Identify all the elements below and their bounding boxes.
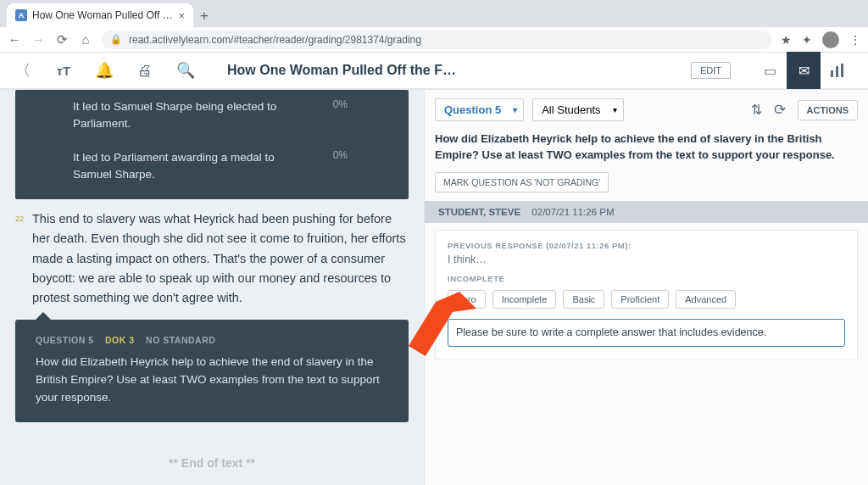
previous-response-text: I think… xyxy=(448,254,845,265)
quiz-answer: It led to Samuel Sharpe being elected to… xyxy=(73,98,316,131)
search-icon[interactable]: 🔍 xyxy=(176,61,195,80)
profile-avatar[interactable] xyxy=(822,31,839,48)
app-toolbar: 〈 тT 🔔 🖨 🔍 How One Woman Pulled Off the … xyxy=(0,53,868,90)
home-button[interactable]: ⌂ xyxy=(78,32,93,47)
favicon: A xyxy=(15,9,27,21)
mark-not-grading-button[interactable]: MARK QUESTION AS 'NOT GRADING' xyxy=(435,172,609,192)
print-icon[interactable]: 🖨 xyxy=(136,62,154,80)
browser-url-bar: ← → ⟳ ⌂ 🔒 read.activelylearn.com/#teache… xyxy=(0,27,868,53)
close-icon[interactable]: × xyxy=(178,9,185,22)
question-select[interactable]: Question 5 ▾ xyxy=(435,98,524,121)
forward-button[interactable]: → xyxy=(31,32,46,47)
question-number: QUESTION 5 xyxy=(36,335,94,345)
svg-rect-0 xyxy=(831,70,833,77)
question-text: How did Elizabeth Heyrick help to achiev… xyxy=(36,354,388,407)
tab-title: How One Woman Pulled Off th… xyxy=(32,9,173,21)
edit-button[interactable]: EDIT xyxy=(691,62,731,79)
previous-response-label: PREVIOUS RESPONSE (02/07/21 11:26 PM): xyxy=(448,241,845,250)
student-name: STUDENT, STEVE xyxy=(438,207,520,217)
grading-pane: Question 5 ▾ All Students ▾ ⇅ ⟳ ACTIONS … xyxy=(424,90,868,485)
back-button[interactable]: ← xyxy=(7,32,22,47)
question-card: QUESTION 5 DOK 3 NO STANDARD How did Eli… xyxy=(15,320,409,422)
question-dok: DOK 3 xyxy=(105,335,135,345)
quiz-answer: It led to Parliament awarding a medal to… xyxy=(73,149,316,182)
question-select-label: Question 5 xyxy=(444,103,501,116)
quiz-percent: 0% xyxy=(316,149,348,182)
lock-icon: 🔒 xyxy=(110,34,122,45)
star-icon[interactable]: ★ xyxy=(781,33,792,47)
actions-button[interactable]: ACTIONS xyxy=(798,100,859,120)
quiz-percent: 0% xyxy=(316,98,348,131)
question-standard: NO STANDARD xyxy=(146,335,215,345)
paragraph-number: 22 xyxy=(15,209,25,308)
inbox-icon[interactable]: ✉ xyxy=(787,52,821,89)
grade-basic[interactable]: Basic xyxy=(563,290,604,309)
student-header: STUDENT, STEVE 02/07/21 11:26 PM xyxy=(425,201,868,223)
grade-incomplete[interactable]: Incomplete xyxy=(492,290,557,309)
reading-pane: It led to Samuel Sharpe being elected to… xyxy=(0,90,424,485)
svg-rect-2 xyxy=(841,64,843,77)
browser-tab[interactable]: A How One Woman Pulled Off th… × xyxy=(7,3,193,27)
address-bar[interactable]: 🔒 read.activelylearn.com/#teacher/reader… xyxy=(102,31,772,49)
response-box: PREVIOUS RESPONSE (02/07/21 11:26 PM): I… xyxy=(435,230,858,360)
reload-button[interactable]: ⟳ xyxy=(54,32,70,47)
back-icon[interactable]: 〈 xyxy=(14,60,32,81)
browser-tab-strip: A How One Woman Pulled Off th… × + xyxy=(0,0,868,27)
status-label: INCOMPLETE xyxy=(448,274,845,283)
end-of-text: ** End of text ** xyxy=(15,422,409,478)
grade-zero[interactable]: Zero xyxy=(448,290,486,309)
grade-advanced[interactable]: Advanced xyxy=(676,290,736,309)
quiz-row: It led to Samuel Sharpe being elected to… xyxy=(15,90,409,140)
paragraph-text: This end to slavery was what Heyrick had… xyxy=(32,209,409,308)
students-select-label: All Students xyxy=(542,103,600,116)
new-tab-button[interactable]: + xyxy=(193,5,215,27)
sort-icon[interactable]: ⇅ xyxy=(751,102,762,118)
quiz-results-card: It led to Samuel Sharpe being elected to… xyxy=(15,90,409,199)
grade-buttons: Zero Incomplete Basic Proficient Advance… xyxy=(448,290,845,309)
text-size-icon[interactable]: тT xyxy=(54,64,73,78)
menu-icon[interactable]: ⋮ xyxy=(849,33,861,47)
svg-rect-1 xyxy=(836,66,838,77)
quiz-row: It led to Parliament awarding a medal to… xyxy=(15,140,409,191)
grade-proficient[interactable]: Proficient xyxy=(611,290,669,309)
bell-icon[interactable]: 🔔 xyxy=(95,61,114,80)
question-meta: QUESTION 5 DOK 3 NO STANDARD xyxy=(36,335,388,345)
student-timestamp: 02/07/21 11:26 PM xyxy=(531,207,614,217)
question-prompt: How did Elizabeth Heyrick help to achiev… xyxy=(435,131,858,164)
refresh-icon[interactable]: ⟳ xyxy=(774,101,786,119)
document-title: How One Woman Pulled Off the F… xyxy=(227,63,669,78)
feedback-input[interactable]: Please be sure to write a complete answe… xyxy=(448,319,845,348)
students-select[interactable]: All Students ▾ xyxy=(532,98,623,121)
chevron-down-icon: ▾ xyxy=(513,105,517,114)
extensions-icon[interactable]: ✦ xyxy=(802,33,812,47)
card-view-icon[interactable]: ▭ xyxy=(753,52,787,89)
bar-chart-icon[interactable] xyxy=(821,52,854,89)
paragraph: 22 This end to slavery was what Heyrick … xyxy=(15,209,409,308)
chevron-down-icon: ▾ xyxy=(613,105,617,114)
url-text: read.activelylearn.com/#teacher/reader/g… xyxy=(129,34,421,46)
